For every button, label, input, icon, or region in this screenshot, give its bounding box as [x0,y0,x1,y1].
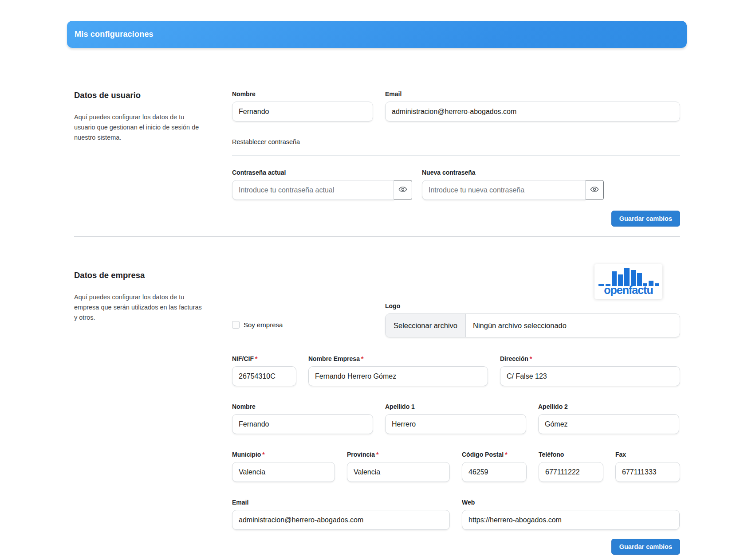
page-title: Mis configuraciones [75,30,154,39]
apellido2-input[interactable] [538,414,679,434]
codigo-postal-field: Código Postal* [462,451,527,482]
company-location-row: Municipio* Provincia* Código Postal* Tel… [232,451,680,482]
company-section-description: Aquí puedes configurar los datos de tu e… [74,292,204,323]
codigo-postal-input[interactable] [462,462,527,482]
user-email-field: Email [385,90,680,121]
apellido1-input[interactable] [385,414,526,434]
current-password-toggle-button[interactable] [394,180,412,200]
company-section-intro: Datos de empresa Aquí puedes configurar … [74,270,232,555]
user-section-intro: Datos de usuario Aquí puedes configurar … [74,90,232,227]
direccion-input[interactable] [500,366,680,386]
logo-label: Logo [385,302,680,309]
user-section-description: Aquí puedes configurar los datos de tu u… [74,112,204,143]
new-password-field: Nueva contraseña [422,169,604,200]
file-status-text: Ningún archivo seleccionado [466,314,567,337]
password-row: Contraseña actual [232,169,680,200]
company-email-input[interactable] [232,510,450,530]
soy-empresa-field: Soy empresa [232,302,385,337]
user-name-email-row: Nombre Email [232,90,680,121]
user-actions-row: Guardar cambios [232,211,680,227]
required-marker: * [530,355,532,362]
user-save-button[interactable]: Guardar cambios [611,211,680,227]
apellido1-field: Apellido 1 [385,403,526,434]
fax-field: Fax [615,451,680,482]
nombre-empresa-field: Nombre Empresa* [308,355,488,386]
apellido1-label: Apellido 1 [385,403,526,410]
password-divider [232,155,680,156]
user-section-title: Datos de usuario [74,90,205,100]
required-marker: * [505,451,507,458]
company-contact-row: Email Web [232,499,680,530]
municipio-field: Municipio* [232,451,335,482]
openfactu-bars-icon [598,267,659,286]
main-content: Datos de usuario Aquí puedes configurar … [74,48,680,560]
company-logo-row: Soy empresa Logo Seleccionar archivo Nin… [232,302,680,337]
web-input[interactable] [462,510,680,530]
company-form: openfactu Soy empresa Logo Seleccionar a… [232,270,680,555]
user-email-input[interactable] [385,102,680,121]
fax-label: Fax [615,451,680,458]
company-person-row: Nombre Apellido 1 Apellido 2 [232,403,680,434]
current-password-label: Contraseña actual [232,169,412,176]
user-section: Datos de usuario Aquí puedes configurar … [74,90,680,227]
web-label: Web [462,499,680,506]
direccion-label: Dirección [500,355,528,362]
fax-input[interactable] [615,462,680,482]
current-password-input[interactable] [232,180,394,200]
telefono-field: Teléfono [539,451,603,482]
required-marker: * [262,451,264,458]
company-email-label: Email [232,499,450,506]
user-email-label: Email [385,90,680,98]
page-header: Mis configuraciones [67,21,687,48]
municipio-label: Municipio [232,451,261,458]
eye-icon [398,185,407,195]
company-actions-row: Guardar cambios [232,539,680,555]
file-select-button[interactable]: Seleccionar archivo [386,314,466,337]
user-form: Nombre Email Restablecer contraseña Cont… [232,90,680,227]
company-section: Datos de empresa Aquí puedes configurar … [74,270,680,555]
provincia-input[interactable] [347,462,450,482]
municipio-input[interactable] [232,462,335,482]
codigo-postal-label: Código Postal [462,451,504,458]
required-marker: * [255,355,257,362]
company-nombre-input[interactable] [232,414,373,434]
nombre-empresa-label: Nombre Empresa [308,355,360,362]
apellido2-field: Apellido 2 [538,403,679,434]
nif-input[interactable] [232,366,296,386]
company-nombre-field: Nombre [232,403,373,434]
current-password-field: Contraseña actual [232,169,412,200]
current-password-group [232,180,412,200]
user-nombre-label: Nombre [232,90,373,98]
company-logo-preview: openfactu [594,264,662,299]
telefono-input[interactable] [539,462,603,482]
company-nombre-label: Nombre [232,403,373,410]
soy-empresa-label: Soy empresa [244,321,283,329]
required-marker: * [376,451,378,458]
telefono-label: Teléfono [539,451,603,458]
openfactu-brand-text: openfactu [604,285,653,296]
reset-password-label: Restablecer contraseña [232,138,680,145]
new-password-label: Nueva contraseña [422,169,604,176]
nombre-empresa-input[interactable] [308,366,488,386]
eye-icon [590,185,599,195]
new-password-group [422,180,604,200]
nif-field: NIF/CIF* [232,355,296,386]
soy-empresa-checkbox[interactable] [232,321,240,329]
company-save-button[interactable]: Guardar cambios [611,539,680,555]
required-marker: * [361,355,363,362]
user-nombre-input[interactable] [232,102,373,121]
new-password-input[interactable] [422,180,586,200]
company-email-field: Email [232,499,450,530]
nif-label: NIF/CIF [232,355,254,362]
logo-upload-field: Logo Seleccionar archivo Ningún archivo … [385,302,680,337]
logo-file-input[interactable]: Seleccionar archivo Ningún archivo selec… [385,313,680,337]
section-divider [74,236,680,237]
company-id-row: NIF/CIF* Nombre Empresa* Dirección* [232,355,680,386]
new-password-toggle-button[interactable] [586,180,604,200]
provincia-label: Provincia [347,451,375,458]
apellido2-label: Apellido 2 [538,403,679,410]
direccion-field: Dirección* [500,355,680,386]
provincia-field: Provincia* [347,451,450,482]
company-section-title: Datos de empresa [74,270,205,280]
user-nombre-field: Nombre [232,90,373,121]
